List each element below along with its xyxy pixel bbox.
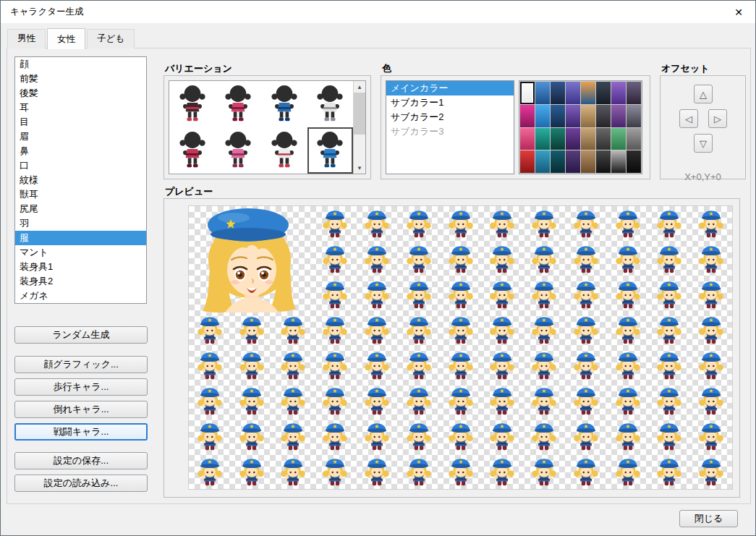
parts-list-item[interactable]: 耳: [15, 101, 146, 115]
character-sprite: [485, 455, 519, 488]
parts-list-item[interactable]: メガネ: [15, 289, 146, 303]
character-sprite: [444, 384, 477, 417]
scroll-down-icon[interactable]: ▼: [354, 162, 365, 174]
color-swatch[interactable]: [611, 82, 626, 104]
character-sprite: [402, 455, 436, 488]
variation-thumbnail[interactable]: [169, 81, 216, 127]
character-sprite: [611, 420, 645, 453]
offset-value: X+0,Y+0: [661, 171, 745, 182]
color-swatch[interactable]: [581, 128, 595, 150]
walk-character-button[interactable]: 歩行キャラ...: [14, 378, 148, 396]
parts-list-item[interactable]: マント: [15, 245, 146, 260]
character-sprite: [318, 242, 352, 276]
parts-list-item[interactable]: 服: [15, 231, 146, 245]
color-swatch[interactable]: [611, 105, 626, 127]
character-sprite: [527, 242, 561, 276]
color-swatch[interactable]: [581, 82, 595, 104]
color-swatch[interactable]: [535, 150, 550, 173]
color-swatch[interactable]: [596, 105, 611, 127]
character-sprite: [611, 384, 645, 417]
parts-list-item[interactable]: 顔: [15, 57, 146, 72]
variation-thumbnail[interactable]: [261, 127, 307, 174]
color-swatch[interactable]: [566, 82, 580, 104]
color-swatch[interactable]: [535, 128, 550, 150]
parts-list-item[interactable]: 獣耳: [15, 187, 146, 202]
color-swatch[interactable]: [566, 150, 580, 173]
parts-list-item[interactable]: 羽: [15, 216, 146, 231]
variation-silhouette: [174, 84, 211, 124]
tab-male[interactable]: 男性: [7, 29, 46, 48]
variation-thumbnail[interactable]: [307, 127, 354, 174]
color-swatch[interactable]: [611, 128, 626, 150]
close-button[interactable]: 閉じる: [679, 510, 738, 527]
variation-silhouette: [174, 130, 211, 171]
color-target-item[interactable]: メインカラー: [386, 81, 514, 95]
variation-scrollbar[interactable]: ▲ ▼: [353, 81, 365, 174]
character-sprite: [695, 207, 728, 240]
variation-thumbnail[interactable]: [261, 81, 307, 127]
color-swatch[interactable]: [611, 150, 626, 173]
character-sprite: [360, 207, 394, 240]
character-sprite: [527, 455, 561, 488]
face-graphic-button[interactable]: 顔グラフィック...: [14, 356, 148, 373]
offset-right-icon[interactable]: ▷: [708, 109, 727, 128]
variation-thumbnail[interactable]: [216, 81, 262, 127]
color-swatch[interactable]: [520, 105, 535, 127]
tab-female[interactable]: 女性: [47, 28, 85, 49]
battle-character-button[interactable]: 戦闘キャラ...: [14, 423, 148, 441]
color-swatch[interactable]: [627, 150, 641, 173]
color-swatch[interactable]: [520, 82, 535, 104]
color-swatch[interactable]: [551, 105, 565, 127]
color-swatch[interactable]: [627, 128, 641, 150]
scroll-up-icon[interactable]: ▲: [354, 81, 365, 93]
color-swatch[interactable]: [520, 150, 535, 173]
color-swatch[interactable]: [581, 150, 595, 173]
random-generate-button[interactable]: ランダム生成: [14, 326, 148, 344]
color-swatch[interactable]: [551, 150, 565, 173]
parts-list-item[interactable]: 目: [15, 115, 146, 129]
parts-list-item[interactable]: 紋様: [15, 173, 146, 187]
color-target-item[interactable]: サブカラー2: [386, 110, 514, 124]
parts-list-item[interactable]: 前髪: [15, 72, 146, 86]
close-icon[interactable]: ✕: [722, 1, 755, 23]
parts-list-item[interactable]: 装身具1: [15, 260, 146, 274]
color-swatch[interactable]: [535, 82, 550, 104]
parts-list-item[interactable]: 尻尾: [15, 202, 146, 216]
offset-down-icon[interactable]: ▽: [694, 134, 713, 153]
color-swatch[interactable]: [551, 82, 565, 104]
variation-thumbnail[interactable]: [307, 81, 354, 127]
character-sprite: [611, 349, 645, 382]
tab-child[interactable]: 子ども: [87, 29, 135, 48]
character-sprite: [444, 242, 477, 276]
parts-list-item[interactable]: 口: [15, 158, 146, 173]
color-target-item[interactable]: サブカラー3: [386, 124, 514, 139]
parts-list-item[interactable]: 鼻: [15, 144, 146, 158]
color-swatch[interactable]: [520, 128, 535, 150]
color-swatch[interactable]: [596, 150, 611, 173]
variation-thumbnail[interactable]: [216, 127, 262, 174]
character-sprite: [569, 313, 603, 346]
color-swatch[interactable]: [581, 105, 595, 127]
character-sprite: [235, 349, 268, 382]
color-swatch[interactable]: [596, 82, 611, 104]
damage-character-button[interactable]: 倒れキャラ...: [14, 401, 148, 418]
scrollbar-thumb[interactable]: [354, 93, 365, 135]
scrollbar-track[interactable]: [354, 93, 365, 162]
character-sprite: [276, 455, 310, 488]
save-settings-button[interactable]: 設定の保存...: [14, 452, 148, 469]
variation-thumbnail[interactable]: [169, 127, 216, 174]
color-swatch[interactable]: [566, 105, 580, 127]
color-swatch[interactable]: [551, 128, 565, 150]
color-swatch[interactable]: [627, 82, 641, 104]
parts-list-item[interactable]: 装身具2: [15, 274, 146, 289]
color-swatch[interactable]: [596, 128, 611, 150]
load-settings-button[interactable]: 設定の読み込み...: [14, 475, 148, 492]
color-swatch[interactable]: [566, 128, 580, 150]
color-target-item[interactable]: サブカラー1: [386, 95, 514, 110]
color-swatch[interactable]: [535, 105, 550, 127]
parts-list-item[interactable]: 眉: [15, 129, 146, 144]
offset-left-icon[interactable]: ◁: [679, 109, 698, 128]
color-swatch[interactable]: [627, 105, 641, 127]
parts-list-item[interactable]: 後髪: [15, 86, 146, 101]
offset-up-icon[interactable]: △: [694, 85, 713, 103]
